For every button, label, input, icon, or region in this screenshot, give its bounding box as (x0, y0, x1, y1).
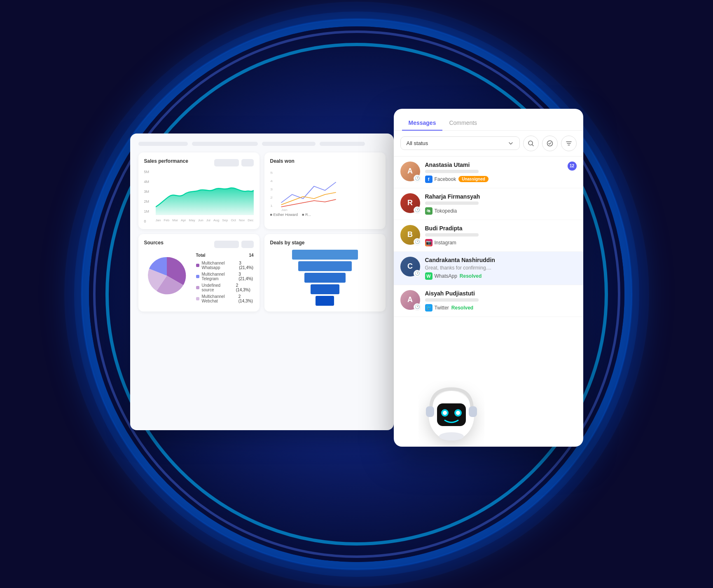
tokopedia-icon: 🛍 (425, 207, 432, 215)
tab-comments[interactable]: Comments (442, 115, 484, 130)
top-placeholder-1 (138, 142, 188, 146)
channel-tag-3: 📷 Instagram (425, 239, 456, 246)
legend-item-3: Undefined source 2 (14,3%) (196, 283, 254, 292)
message-preview-text-4: Great, thanks for confirming.... (425, 265, 507, 271)
legend-value-4: 2 (14,3%) (238, 294, 254, 303)
message-info-1: Anastasia Utami f Facebook Unassigned (425, 162, 563, 183)
sales-performance-card: Sales performance 5M 4M 3M 2M 1M 0 (138, 152, 259, 229)
sources-total-value: 14 (249, 253, 253, 258)
check-circle-icon-btn[interactable] (542, 136, 558, 151)
search-icon-btn[interactable] (523, 136, 539, 151)
sales-filter-1[interactable] (214, 159, 239, 166)
deals-won-header: Deals won (270, 158, 380, 167)
svg-text:Jan: Jan (281, 208, 287, 211)
legend-label-4: Multichannel Webchat (202, 294, 236, 303)
filter-icon (566, 140, 572, 147)
sources-filter-1[interactable] (214, 241, 239, 248)
sales-y-labels: 5M 4M 3M 2M 1M 0 (144, 170, 151, 223)
message-item-1[interactable]: A 🕐 Anastasia Utami f Facebook Unassigne… (394, 157, 583, 188)
message-item-2[interactable]: R 🕐 Raharja Firmansyah 🛍 Tokopedia (394, 188, 583, 220)
legend-value-3: 2 (14,3%) (236, 283, 254, 292)
line-2 (281, 192, 336, 205)
y-label-0: 0 (144, 219, 150, 223)
status-dropdown-label: All status (407, 140, 428, 146)
status-dropdown[interactable]: All status (400, 136, 520, 150)
message-meta-1: 12 (568, 162, 577, 171)
message-preview-2: 🛍 Tokopedia (425, 207, 572, 215)
funnel-chart (270, 250, 380, 306)
resolved-badge-4: Resolved (460, 273, 482, 279)
deals-won-title: Deals won (270, 158, 295, 164)
robot-left-eye-inner (443, 411, 447, 415)
y-label-2m: 2M (144, 199, 150, 204)
svg-text:4: 4 (270, 179, 273, 183)
name-placeholder-3 (425, 233, 479, 237)
channel-name-1: Facebook (435, 176, 456, 182)
area-fill (156, 187, 254, 215)
y-label-1m: 1M (144, 209, 150, 213)
legend-dot-2 (196, 275, 199, 278)
top-placeholder-4 (320, 142, 365, 146)
svg-text:5: 5 (270, 171, 273, 174)
message-preview-4: W WhatsApp Resolved (425, 272, 572, 280)
message-name-2: Raharja Firmansyah (425, 193, 572, 200)
deals-won-card: Deals won 5 4 3 2 1 Jan ■ Esther Howard (264, 152, 386, 229)
avatar-wrap-4: C 🕐 (400, 257, 420, 276)
message-name-4: Candrakanta Nashiruddin (425, 257, 572, 263)
check-circle-icon (547, 140, 553, 147)
sales-chart-content: JanFebMar AprMayJun JulAugSep OctNovDec (156, 170, 254, 223)
top-placeholder-3 (262, 142, 316, 146)
filter-icon-btn[interactable] (561, 136, 577, 151)
message-item-4[interactable]: C 🕐 Candrakanta Nashiruddin Great, thank… (394, 252, 583, 285)
sales-filter-2[interactable] (241, 159, 254, 166)
sources-total-label: Total (196, 253, 206, 258)
message-preview-5: 🐦 Twitter Resolved (425, 304, 572, 312)
avatar-clock-3: 🕐 (414, 238, 421, 246)
content-wrapper: Sales performance 5M 4M 3M 2M 1M 0 (130, 109, 583, 480)
y-label-4m: 4M (144, 180, 150, 184)
sources-legend: Total 14 Multichannel Whatsapp 3 (21,4%)… (196, 253, 254, 305)
deals-stage-title: Deals by stage (270, 240, 380, 246)
message-info-5: Aisyah Pudjiastuti 🐦 Twitter Resolved (425, 290, 572, 312)
y-label-3m: 3M (144, 190, 150, 194)
top-placeholder-2 (192, 142, 258, 146)
tab-messages[interactable]: Messages (402, 115, 443, 130)
robot-right-eye-inner (456, 411, 460, 415)
legend-item-1: Multichannel Whatsapp 3 (21,4%) (196, 261, 254, 270)
channel-name-2: Tokopedia (435, 208, 457, 214)
twitter-icon: 🐦 (425, 304, 432, 312)
avatar-clock-5: 🕐 (414, 303, 421, 311)
message-item-3[interactable]: B 🕐 Budi Pradipta 📷 Instagram (394, 220, 583, 252)
sources-filter-2[interactable] (241, 241, 254, 248)
funnel-bar-1 (292, 250, 358, 260)
avatar-wrap-3: B 🕐 (400, 225, 420, 245)
funnel-bar-2 (298, 261, 352, 271)
message-preview-1: f Facebook Unassigned (425, 176, 563, 183)
message-info-4: Candrakanta Nashiruddin Great, thanks fo… (425, 257, 572, 280)
deals-won-legend: ■ Esther Howard ■ R... (270, 213, 380, 217)
legend-label-2: Multichannel Telegram (202, 272, 236, 281)
deals-won-chart: 5 4 3 2 1 Jan (270, 170, 380, 211)
legend-label-3: Undefined source (202, 283, 234, 292)
channel-tag-2: 🛍 Tokopedia (425, 207, 457, 215)
message-name-5: Aisyah Pudjiastuti (425, 290, 572, 297)
sources-title: Sources (144, 240, 164, 246)
channel-tag-1: f Facebook (425, 176, 456, 183)
message-item-5[interactable]: A 🕐 Aisyah Pudjiastuti 🐦 Twitter Resolve… (394, 285, 583, 317)
legend-value-2: 3 (21,4%) (238, 272, 253, 281)
dashboard-panel: Sales performance 5M 4M 3M 2M 1M 0 (130, 134, 394, 430)
legend-dot-4 (196, 297, 199, 300)
message-name-3: Budi Pradipta (425, 225, 572, 232)
instagram-icon: 📷 (425, 239, 432, 246)
robot-svg (418, 381, 484, 447)
channel-tag-4: W WhatsApp (425, 272, 457, 280)
robot-base (439, 432, 464, 440)
svg-text:2: 2 (270, 195, 273, 199)
funnel-bar-3 (304, 273, 346, 283)
message-name-1: Anastasia Utami (425, 162, 563, 168)
message-info-2: Raharja Firmansyah 🛍 Tokopedia (425, 193, 572, 215)
legend-item-4: Multichannel Webchat 2 (14,3%) (196, 294, 254, 303)
sales-area-chart (156, 170, 254, 215)
svg-text:3: 3 (270, 187, 273, 191)
chevron-down-icon (508, 141, 514, 146)
